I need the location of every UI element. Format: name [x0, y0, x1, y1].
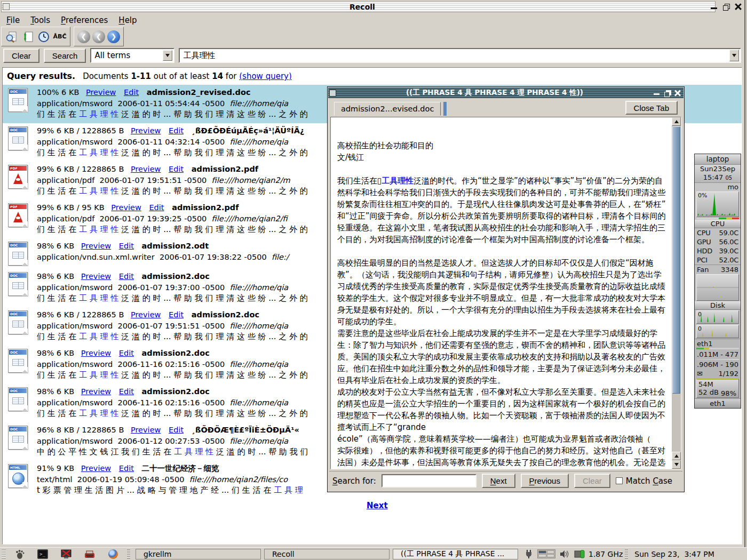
search-button[interactable]: Search — [44, 49, 86, 63]
sort-by-dates-icon[interactable] — [21, 30, 35, 44]
menu-file[interactable]: File — [1, 14, 25, 26]
first-page-icon[interactable]: ❮ — [77, 30, 90, 43]
result-url: file:///home/qia — [229, 360, 288, 369]
minimize-button[interactable] — [710, 3, 718, 11]
result-preview-link[interactable]: Preview — [81, 387, 111, 396]
result-edit-link[interactable]: Edit — [169, 310, 184, 319]
result-file-icon: DOC — [8, 125, 30, 158]
close-button[interactable] — [735, 3, 742, 11]
mail-row[interactable]: ✉1/192 — [695, 369, 741, 378]
clear-button[interactable]: Clear — [3, 49, 39, 63]
result-url: file:///home/qian2/fi — [212, 214, 288, 223]
result-preview-link[interactable]: Preview — [131, 165, 161, 173]
mail-icon: ✉ — [697, 369, 703, 378]
preview-scrollbar[interactable] — [672, 117, 681, 469]
workspace-pager[interactable] — [537, 549, 555, 558]
result-edit-link[interactable]: Edit — [119, 242, 134, 250]
find-next-button[interactable]: Next — [482, 474, 515, 488]
task-button[interactable]: Recoll — [264, 549, 390, 559]
preview-tab[interactable]: admission2...evised.doc — [334, 102, 441, 116]
screensaver-off-icon[interactable] — [58, 548, 74, 560]
temp-row: CPU59.0C — [695, 228, 741, 237]
result-file-icon: HTML — [8, 463, 30, 496]
result-file-icon: DOC — [8, 271, 30, 304]
menu-help[interactable]: Help — [113, 14, 142, 26]
menu-preferences[interactable]: Preferences — [55, 14, 113, 26]
result-url: file:///home/qia — [229, 437, 288, 445]
result-edit-link[interactable]: Edit — [119, 349, 134, 357]
eth1-bottom-label[interactable]: eth1 — [695, 398, 741, 408]
net-usage-panel: 54M 98% 52 dB — [696, 379, 739, 398]
preview-titlebar[interactable]: ((工 PHRASE 4 具 PHRASE 4 理 PHRASE 4 性)) — [328, 87, 684, 98]
result-preview-link[interactable]: Preview — [81, 242, 111, 250]
next-page-icon[interactable]: ❯ — [107, 30, 120, 43]
search-mode-select[interactable]: All terms — [90, 48, 174, 63]
result-preview-link[interactable]: Preview — [81, 349, 111, 357]
scroll-up-icon[interactable] — [672, 117, 681, 126]
close-tab-button[interactable]: Close Tab — [625, 101, 678, 115]
window-menu-icon[interactable] — [3, 3, 10, 10]
disk-zero-label: 0 — [698, 325, 702, 332]
scrollbar-thumb[interactable] — [672, 126, 680, 394]
result-file-icon: DOC — [8, 348, 30, 381]
result-preview-link[interactable]: Preview — [86, 88, 116, 97]
result-edit-link[interactable]: Edit — [119, 272, 134, 281]
next-results-link[interactable]: Next — [367, 501, 388, 510]
close-button[interactable] — [674, 90, 681, 97]
previous-page-icon[interactable]: ❮ — [92, 30, 105, 43]
task-button[interactable]: gkrellm — [136, 549, 261, 559]
typewriter-icon[interactable] — [82, 548, 98, 560]
window-menu-icon[interactable] — [329, 90, 336, 97]
result-preview-link[interactable]: Preview — [81, 272, 111, 281]
panel-grip[interactable] — [2, 549, 6, 559]
cpu-chart: 0% — [696, 191, 739, 217]
restore-button[interactable] — [722, 3, 730, 11]
find-previous-button[interactable]: Previous — [521, 474, 569, 488]
result-preview-link[interactable]: Preview — [81, 464, 111, 473]
temp-row: HDD39.0C — [695, 246, 741, 255]
power-plug-icon[interactable] — [523, 548, 534, 560]
chevron-down-icon[interactable] — [163, 50, 172, 61]
results-range: 1-11 — [131, 71, 151, 81]
result-edit-link[interactable]: Edit — [169, 126, 184, 135]
search-row: Clear Search All terms — [3, 47, 741, 64]
search-input[interactable] — [180, 51, 729, 60]
result-edit-link[interactable]: Edit — [149, 203, 164, 212]
hostname-label[interactable]: laptop — [695, 154, 741, 165]
menu-tools[interactable]: Tools — [25, 14, 55, 26]
time-label: 15:47 05 — [695, 173, 741, 182]
result-relevance-size: 91% 9 KB — [37, 464, 74, 473]
gnome-menu-icon[interactable] — [11, 548, 27, 560]
restore-button[interactable] — [664, 90, 671, 97]
result-edit-link[interactable]: Edit — [119, 387, 134, 396]
task-button[interactable]: ((工 PHRASE 4 具 PHRASE ... — [393, 549, 518, 559]
result-edit-link[interactable]: Edit — [124, 88, 139, 97]
result-preview-link[interactable]: Preview — [131, 126, 161, 135]
show-query-link[interactable]: (show query) — [239, 71, 292, 81]
chevron-down-icon[interactable] — [729, 50, 739, 61]
scroll-up-icon[interactable] — [672, 452, 681, 460]
result-edit-link[interactable]: Edit — [169, 426, 184, 434]
preview-text[interactable]: 高校招生的社会功能和目的 文/钱江 我们生活在▯工具理性泛滥的时代。作为“世之显… — [331, 117, 671, 469]
result-preview-link[interactable]: Preview — [131, 310, 161, 319]
find-input[interactable] — [382, 474, 476, 487]
result-edit-link[interactable]: Edit — [169, 165, 184, 173]
cpufreq-battery-icon[interactable] — [574, 548, 585, 560]
minimize-button[interactable] — [653, 90, 660, 97]
term-explorer-icon[interactable]: ÅBĈ — [53, 30, 67, 44]
result-edit-link[interactable]: Edit — [119, 464, 134, 473]
history-clock-icon[interactable] — [37, 30, 51, 44]
find-clear-button[interactable]: Clear — [574, 474, 610, 488]
advanced-search-icon[interactable] — [5, 30, 19, 44]
taskbar-clock[interactable]: Sun Sep 23, 3:47 PM — [634, 550, 714, 558]
result-preview-link[interactable]: Preview — [131, 426, 161, 434]
volume-icon[interactable] — [559, 548, 570, 560]
terminal-icon[interactable]: >_ — [35, 548, 51, 560]
result-preview-link[interactable]: Preview — [111, 203, 141, 212]
scroll-down-icon[interactable] — [672, 460, 681, 469]
match-case-checkbox[interactable] — [616, 477, 623, 484]
main-titlebar[interactable]: Recoll — [1, 1, 716, 12]
firefox-icon[interactable] — [105, 548, 121, 560]
match-case-option[interactable]: Match Case — [616, 476, 672, 486]
preview-find-bar: Search for: Next Previous Clear Match Ca… — [329, 471, 682, 490]
